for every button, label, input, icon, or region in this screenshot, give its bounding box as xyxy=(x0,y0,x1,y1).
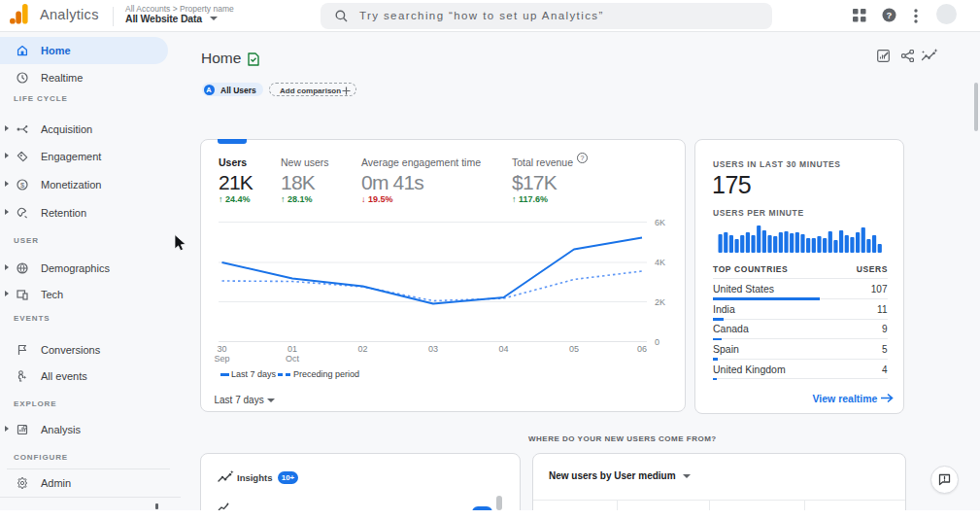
svg-text:2K: 2K xyxy=(655,297,665,307)
svg-text:03: 03 xyxy=(428,344,438,354)
svg-text:6K: 6K xyxy=(655,218,665,227)
svg-text:0: 0 xyxy=(655,337,659,347)
svg-text:02: 02 xyxy=(357,344,367,354)
svg-text:?: ? xyxy=(581,155,585,161)
svg-text:Oct: Oct xyxy=(286,354,300,364)
svg-text:$: $ xyxy=(20,181,25,190)
svg-text:4K: 4K xyxy=(655,258,665,267)
svg-text:05: 05 xyxy=(569,344,579,354)
svg-text:30: 30 xyxy=(217,344,226,354)
svg-text:06: 06 xyxy=(637,344,647,354)
svg-text:?: ? xyxy=(887,10,893,20)
svg-text:01: 01 xyxy=(287,344,297,354)
svg-text:Sep: Sep xyxy=(214,354,229,364)
svg-text:04: 04 xyxy=(498,344,508,354)
